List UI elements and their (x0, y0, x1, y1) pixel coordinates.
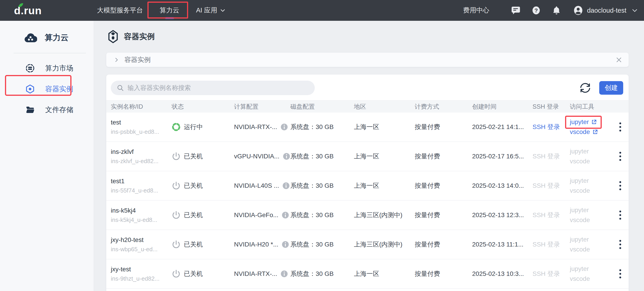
search-box[interactable] (111, 81, 315, 95)
sidebar-item-compute-market[interactable]: 算力市场 (0, 58, 94, 79)
billing-mode: 按量付费 (415, 211, 472, 219)
search-input[interactable] (128, 84, 309, 91)
power-off-icon (172, 181, 181, 190)
table-header-row: 实例名称/ID 状态 计算配置 磁盘配置 地区 计费方式 创建时间 SSH 登录… (106, 100, 628, 112)
col-header-tools: 访问工具 (570, 103, 612, 111)
disk-config: 系统盘：30 GB (290, 270, 354, 278)
info-icon[interactable] (282, 211, 289, 219)
jupyter-link[interactable]: jupyter (570, 265, 612, 273)
info-icon[interactable] (282, 241, 289, 248)
status-cell: 已关机 (172, 211, 234, 220)
jupyter-link[interactable]: jupyter (570, 148, 612, 155)
access-tools-cell: jupyter vscode (570, 265, 612, 283)
running-spinner-icon (172, 122, 181, 131)
ssh-login-link[interactable]: SSH 登录 (532, 240, 570, 249)
power-off-icon (172, 152, 181, 161)
row-actions-kebab-icon[interactable] (612, 211, 628, 220)
message-icon[interactable] (511, 6, 520, 15)
created-time: 2025-02-13 10:3... (472, 270, 532, 278)
nav-tab-llm-platform[interactable]: 大模型服务平台 (97, 0, 143, 21)
table-row: ins-zklvf ins-zklvf_u-ed82... 已关机 vGPU-N… (106, 142, 628, 171)
sidebar-item-file-storage[interactable]: 文件存储 (0, 99, 94, 120)
avatar-icon[interactable] (573, 5, 584, 15)
row-actions-kebab-icon[interactable] (612, 181, 628, 190)
jupyter-link[interactable]: jupyter (570, 236, 612, 243)
compute-config-text: NVIDIA-H20 *... (234, 241, 278, 248)
refresh-icon[interactable] (580, 82, 591, 93)
info-icon[interactable] (282, 182, 290, 190)
app-root: d.run 大模型服务平台 算力云 AI 应用 费用中心 ? daocloud-… (0, 0, 644, 291)
sidebar-item-container-instances[interactable]: 容器实例 (0, 79, 94, 99)
instance-name-cell: ins-zklvf ins-zklvf_u-ed82... (111, 148, 172, 165)
row-actions-kebab-icon[interactable] (612, 152, 628, 161)
status-cell: 已关机 (172, 240, 234, 249)
page-title-icon (108, 30, 118, 43)
jupyter-link[interactable]: jupyter (570, 207, 612, 214)
status-cell: 已关机 (172, 181, 234, 190)
sidebar-divider (14, 53, 86, 53)
nav-tab-ai-apps[interactable]: AI 应用 (196, 0, 226, 21)
navbar-right: 费用中心 ? daocloud-test (463, 0, 638, 21)
instance-name: test (111, 119, 172, 126)
vscode-link[interactable]: vscode (570, 275, 612, 283)
compute-cloud-icon (24, 32, 37, 42)
access-tools-cell: jupyter vscode (570, 207, 612, 224)
ssh-login-link[interactable]: SSH 登录 (532, 123, 570, 131)
instance-name-cell: test ins-psbbk_u-ed8... (111, 119, 172, 135)
breadcrumb-collapse-bar[interactable]: 容器实例 (106, 53, 628, 67)
main-content: 容器实例 容器实例 创建 实例名称/ID 状态 计算配置 磁盘配置 地区 (94, 21, 644, 291)
status-text: 已关机 (184, 152, 203, 161)
status-cell: 运行中 (172, 122, 234, 131)
col-header-compute: 计算配置 (234, 103, 290, 111)
table-row: test ins-psbbk_u-ed8... 运行中 NVIDIA-RTX-.… (106, 112, 628, 142)
col-header-created: 创建时间 (472, 103, 532, 111)
nav-tab-compute-cloud[interactable]: 算力云 (160, 0, 179, 21)
vscode-link[interactable]: vscode (570, 128, 612, 136)
leaf-icon (18, 1, 24, 8)
disk-config: 系统盘：30 GB (290, 240, 354, 249)
col-header-status: 状态 (172, 103, 234, 111)
created-time: 2025-02-13 11:1... (472, 241, 532, 248)
billing-center-link[interactable]: 费用中心 (463, 6, 489, 15)
ssh-login-link[interactable]: SSH 登录 (532, 211, 570, 219)
sidebar-item-label: 算力市场 (45, 63, 73, 73)
instance-name-cell: test1 ins-55f74_u-ed8... (111, 178, 172, 194)
instances-card: 创建 实例名称/ID 状态 计算配置 磁盘配置 地区 计费方式 创建时间 SSH… (106, 74, 628, 291)
status-text: 运行中 (184, 123, 203, 131)
page-title-row: 容器实例 (94, 21, 644, 46)
row-actions-kebab-icon[interactable] (612, 122, 628, 131)
disk-config: 系统盘：30 GB (290, 152, 354, 161)
info-icon[interactable] (283, 153, 290, 160)
chevron-down-icon (220, 7, 226, 13)
account-chevron-down-icon[interactable] (631, 7, 638, 14)
logo[interactable]: d.run (14, 4, 42, 17)
table-toolbar: 创建 (106, 74, 628, 95)
vscode-link[interactable]: vscode (570, 246, 612, 253)
help-icon[interactable]: ? (532, 6, 541, 15)
row-actions-kebab-icon[interactable] (612, 269, 628, 278)
ssh-login-link[interactable]: SSH 登录 (532, 270, 570, 278)
created-time: 2025-02-21 14:1... (472, 123, 532, 131)
status-text: 已关机 (184, 211, 203, 219)
col-header-ssh: SSH 登录 (532, 103, 570, 111)
info-icon[interactable] (280, 270, 288, 278)
vscode-link[interactable]: vscode (570, 187, 612, 194)
jupyter-link[interactable]: jupyter (570, 177, 612, 184)
access-tools-cell: jupyter vscode (570, 236, 612, 253)
compute-config-text: NVIDIA-RTX-... (234, 270, 277, 278)
ssh-login-link[interactable]: SSH 登录 (532, 152, 570, 161)
jupyter-link[interactable]: jupyter (570, 118, 612, 126)
top-navbar: d.run 大模型服务平台 算力云 AI 应用 费用中心 ? daocloud-… (0, 0, 644, 21)
vscode-link[interactable]: vscode (570, 158, 612, 165)
compute-config-cell: NVIDIA-RTX-... (234, 123, 290, 131)
row-actions-kebab-icon[interactable] (612, 240, 628, 249)
instance-id: ins-wbp65_u-ed... (111, 246, 172, 253)
vscode-link[interactable]: vscode (570, 217, 612, 224)
notification-bell-icon[interactable] (552, 6, 561, 15)
ssh-login-link[interactable]: SSH 登录 (532, 181, 570, 190)
create-button[interactable]: 创建 (599, 81, 623, 95)
col-header-region: 地区 (354, 103, 415, 111)
close-icon[interactable] (616, 56, 622, 63)
external-link-icon (592, 129, 598, 135)
info-icon[interactable] (280, 123, 288, 131)
